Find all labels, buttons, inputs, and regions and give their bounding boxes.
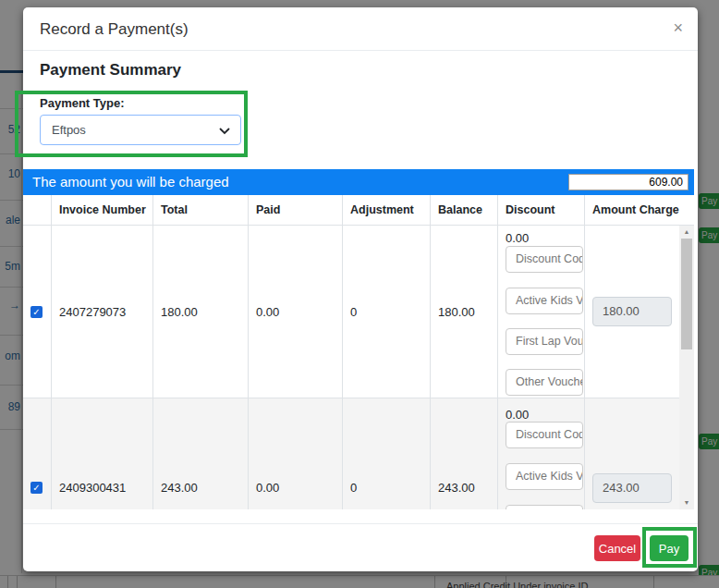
cell-balance: 180.00 [430,226,497,398]
cell-paid: 0.00 [248,226,342,398]
cell-discount: 0.00 Discount Cod Active Kids Vo First L… [497,226,584,398]
discount-code-button[interactable]: Discount Cod [506,246,583,273]
invoices-table: Invoice Number Total Paid Adjustment Bal… [23,195,694,509]
close-icon[interactable]: × [673,18,683,37]
modal-footer: Cancel Pay [23,523,698,571]
scrollbar-up-arrow[interactable]: ▲ [679,226,694,239]
amount-charge-input[interactable]: 180.00 [592,297,672,326]
first-lap-voucher-button[interactable]: First Lap Vouc [506,505,583,509]
cell-invoice-number: 2409300431 [51,398,152,509]
header-total: Total [152,195,248,225]
amount-charge-input[interactable]: 243.00 [592,473,672,503]
discount-code-button[interactable]: Discount Cod [506,422,583,448]
scrollbar-thumb[interactable] [681,239,692,349]
table-body: ✓ 2407279073 180.00 0.00 0 180.00 0.00 D… [23,226,694,509]
cell-adjustment: 0 [342,398,430,509]
payment-summary-heading: Payment Summary [40,61,181,80]
cell-balance: 243.00 [430,398,497,509]
modal-header: Record a Payment(s) × [23,7,698,51]
highlight-payment-type [15,91,248,157]
table-scrollbar[interactable]: ▲ ▼ [679,226,694,509]
screen: 52 10 ale 5m → om 89 Pay Pay Pay Pay App… [0,0,719,588]
cell-invoice-number: 2407279073 [51,226,152,398]
table-header-row: Invoice Number Total Paid Adjustment Bal… [23,195,694,226]
header-discount: Discount [497,195,584,225]
cell-adjustment: 0 [342,226,430,398]
table-row: ✓ 2407279073 180.00 0.00 0 180.00 0.00 D… [23,226,679,398]
amount-charged-banner: The amount you will be charged 609.00 [23,169,694,195]
cell-total: 243.00 [152,398,248,509]
header-amount-charge: Amount Charge [584,195,679,225]
cell-discount: 0.00 Discount Cod Active Kids Vo First L… [497,398,584,509]
header-paid: Paid [248,195,342,225]
first-lap-voucher-button[interactable]: First Lap Vouc [506,328,583,355]
cell-total: 180.00 [152,226,248,398]
highlight-pay-button [642,527,697,568]
amount-charged-label: The amount you will be charged [32,174,229,190]
header-adjustment: Adjustment [342,195,430,225]
row-checkbox[interactable]: ✓ [30,306,43,318]
table-row: ✓ 2409300431 243.00 0.00 0 243.00 0.00 D… [23,398,679,509]
row-checkbox[interactable]: ✓ [30,482,43,494]
cancel-button[interactable]: Cancel [594,535,640,561]
header-balance: Balance [430,195,497,225]
other-voucher-button[interactable]: Other Vouche [506,369,583,396]
scrollbar-down-arrow[interactable]: ▼ [679,496,694,509]
discount-value: 0.00 [506,408,529,422]
cell-paid: 0.00 [248,398,342,509]
header-checkbox [23,195,51,225]
charge-amount-input[interactable]: 609.00 [568,174,689,190]
active-kids-voucher-button[interactable]: Active Kids Vo [506,288,583,314]
header-invoice-number: Invoice Number [51,195,152,225]
modal-title: Record a Payment(s) [40,20,189,39]
active-kids-voucher-button[interactable]: Active Kids Vo [506,463,583,490]
discount-value: 0.00 [506,231,529,245]
cell-amount-charge: 243.00 [584,398,679,509]
cell-amount-charge: 180.00 [584,226,679,398]
